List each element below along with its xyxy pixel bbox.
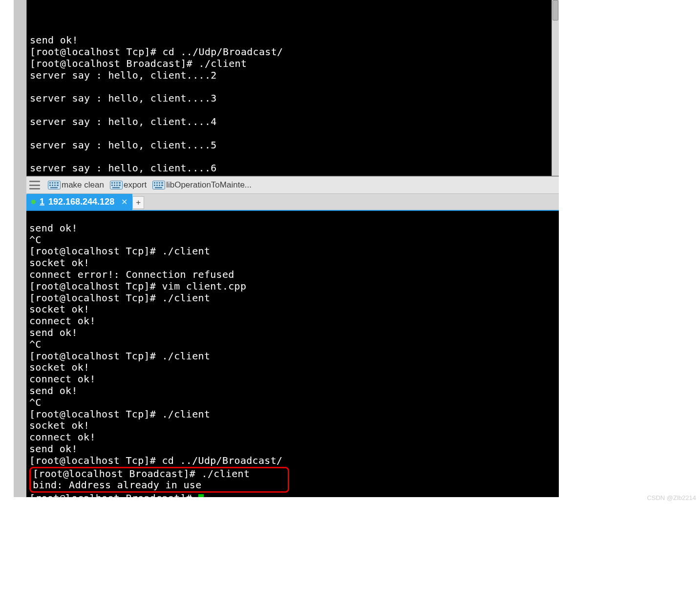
term2-line: [root@localhost Tcp]# ./client bbox=[29, 350, 210, 362]
term2-prompt: [root@localhost Broadcast]# bbox=[29, 492, 198, 497]
close-icon[interactable]: ✕ bbox=[121, 197, 127, 207]
toolbar-label: libOperationToMainte... bbox=[166, 180, 252, 190]
svg-rect-12 bbox=[114, 182, 115, 184]
term2-line: connect error!: Connection refused bbox=[29, 269, 234, 280]
term2-line: send ok! bbox=[29, 327, 78, 338]
svg-rect-15 bbox=[111, 185, 113, 186]
svg-rect-5 bbox=[49, 185, 51, 186]
term1-content: send ok! [root@localhost Tcp]# cd ../Udp… bbox=[30, 23, 557, 176]
svg-rect-26 bbox=[156, 185, 158, 186]
terminal-top[interactable]: send ok! [root@localhost Tcp]# cd ../Udp… bbox=[26, 0, 559, 176]
toolbar: make clean export libOperationToMainte..… bbox=[26, 176, 559, 194]
term2-line: ^C bbox=[29, 397, 42, 408]
term2-line: send ok! bbox=[29, 443, 78, 455]
svg-rect-21 bbox=[154, 182, 155, 184]
toolbar-item-liboperation[interactable]: libOperationToMainte... bbox=[152, 180, 252, 190]
svg-rect-13 bbox=[116, 182, 118, 184]
term2-line: connect ok! bbox=[29, 431, 96, 443]
term2-line: [root@localhost Tcp]# ./client bbox=[29, 408, 210, 420]
boxed-line: bind: Address already in use bbox=[33, 479, 202, 491]
tabbar: 1 192.168.244.128 ✕ + bbox=[26, 194, 559, 211]
term1-line: server say : hello, client....6 bbox=[30, 162, 217, 174]
term2-line: [root@localhost Tcp]# ./client bbox=[29, 292, 210, 304]
scrollbar-thumb[interactable] bbox=[552, 0, 558, 21]
highlight-box: [root@localhost Broadcast]# ./client bin… bbox=[29, 467, 289, 493]
term1-line: server say : hello, client....2 bbox=[30, 69, 217, 81]
svg-rect-25 bbox=[154, 185, 155, 186]
toolbar-item-export[interactable]: export bbox=[110, 180, 147, 190]
term2-line: connect ok! bbox=[29, 315, 96, 327]
term2-line: socket ok! bbox=[29, 257, 89, 269]
term2-line: socket ok! bbox=[29, 361, 89, 373]
svg-rect-17 bbox=[116, 185, 118, 186]
term2-line: [root@localhost Tcp]# vim client.cpp bbox=[29, 280, 246, 292]
term2-line: connect ok! bbox=[29, 373, 96, 385]
svg-rect-22 bbox=[156, 182, 158, 184]
svg-rect-27 bbox=[159, 185, 160, 186]
keyboard-icon bbox=[48, 181, 61, 189]
svg-rect-18 bbox=[119, 185, 121, 186]
term1-line: server say : hello, client....5 bbox=[30, 139, 217, 151]
cursor-icon bbox=[198, 494, 204, 497]
svg-rect-23 bbox=[159, 182, 160, 184]
term1-line: [root@localhost Broadcast]# ./client bbox=[30, 58, 247, 69]
svg-rect-16 bbox=[114, 185, 115, 186]
svg-rect-9 bbox=[50, 187, 58, 188]
svg-rect-8 bbox=[57, 185, 59, 186]
scrollbar[interactable] bbox=[552, 0, 559, 176]
term2-line: send ok! bbox=[29, 385, 78, 397]
term1-line: server say : hello, client....3 bbox=[30, 92, 217, 104]
svg-rect-29 bbox=[155, 187, 162, 188]
toolbar-label: make clean bbox=[62, 180, 104, 190]
svg-rect-1 bbox=[49, 182, 51, 184]
svg-rect-7 bbox=[54, 185, 56, 186]
watermark: CSDN @Zlb2214 bbox=[647, 494, 696, 502]
svg-rect-14 bbox=[119, 182, 121, 184]
term2-line: ^C bbox=[29, 234, 42, 246]
term2-line: [root@localhost Tcp]# cd ../Udp/Broadcas… bbox=[29, 455, 282, 466]
svg-rect-6 bbox=[52, 185, 53, 186]
svg-rect-28 bbox=[161, 185, 163, 186]
keyboard-icon bbox=[110, 181, 123, 189]
term2-line: socket ok! bbox=[29, 303, 89, 315]
term2-line: [root@localhost Tcp]# ./client bbox=[29, 245, 210, 257]
svg-rect-4 bbox=[57, 182, 59, 184]
status-dot-icon bbox=[31, 200, 36, 204]
tab-host: 192.168.244.128 bbox=[48, 197, 114, 207]
new-tab-button[interactable]: + bbox=[132, 196, 144, 209]
side-gutter bbox=[14, 0, 26, 497]
keyboard-icon bbox=[152, 181, 165, 189]
session-tab[interactable]: 1 192.168.244.128 ✕ bbox=[26, 194, 132, 210]
svg-rect-24 bbox=[161, 182, 163, 184]
svg-rect-11 bbox=[111, 182, 113, 184]
svg-rect-2 bbox=[52, 182, 53, 184]
term2-line: ^C bbox=[29, 338, 42, 350]
term2-line: socket ok! bbox=[29, 419, 89, 431]
tab-index: 1 bbox=[40, 197, 44, 207]
term1-line: [root@localhost Tcp]# cd ../Udp/Broadcas… bbox=[30, 46, 283, 58]
main-column: send ok! [root@localhost Tcp]# cd ../Udp… bbox=[26, 0, 559, 497]
terminal-bottom[interactable]: send ok! ^C [root@localhost Tcp]# ./clie… bbox=[26, 211, 559, 497]
term1-line: send ok! bbox=[30, 34, 78, 46]
toolbar-item-make-clean[interactable]: make clean bbox=[48, 180, 104, 190]
menu-icon[interactable] bbox=[29, 180, 40, 190]
term1-line: server say : hello, client....4 bbox=[30, 116, 217, 127]
svg-rect-3 bbox=[54, 182, 56, 184]
toolbar-label: export bbox=[124, 180, 147, 190]
svg-rect-19 bbox=[112, 187, 120, 188]
term2-line: send ok! bbox=[29, 222, 78, 234]
boxed-line: [root@localhost Broadcast]# ./client bbox=[33, 468, 250, 480]
